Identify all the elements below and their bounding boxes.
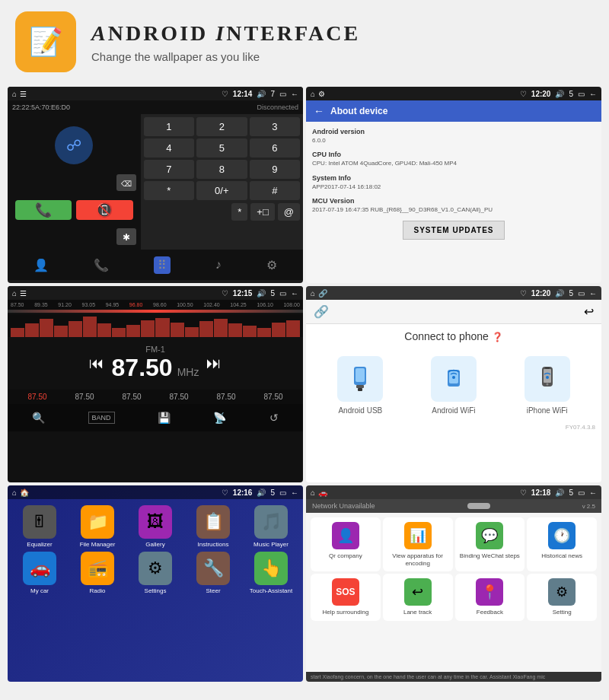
- feedback-label: Feedback: [477, 609, 503, 616]
- preset-6[interactable]: 87.50: [263, 393, 282, 401]
- bat-icon-2: ▭: [578, 90, 585, 98]
- about-back-btn[interactable]: ←: [314, 105, 324, 117]
- android-version-section: Android version 6.0.0: [312, 128, 595, 145]
- svg-rect-1: [356, 368, 365, 382]
- asterisk-btn[interactable]: *: [231, 203, 247, 221]
- musicplayer-launcher-icon[interactable]: 🎵 Music Player: [244, 505, 298, 549]
- num-hash[interactable]: #: [250, 181, 300, 200]
- system-label: System Info: [312, 174, 595, 182]
- system-updates-button[interactable]: SYSTEM UPDATES: [403, 221, 505, 240]
- binding-wechat-item[interactable]: 💬 Binding WeChat steps: [455, 517, 525, 571]
- num-7[interactable]: 7: [144, 160, 194, 179]
- recent-calls-icon[interactable]: 📞: [94, 258, 109, 272]
- radio-unit: MHz: [177, 366, 199, 378]
- settings-launcher-icon[interactable]: ⚙ Settings: [128, 552, 183, 595]
- plus0-btn[interactable]: +□: [250, 203, 274, 221]
- radio-launcher-icon[interactable]: 📻 Radio: [70, 552, 125, 595]
- view-apparatus-label: View apparatus for encoding: [386, 552, 450, 567]
- qr-company-label: Qr company: [329, 552, 362, 560]
- status-bar-2: ⌂ ⚙ ♡ 12:20 🔊 5 ▭ ←: [306, 87, 601, 100]
- save-icon[interactable]: 💾: [158, 412, 171, 424]
- screen-launcher: ⌂ 🏠 ♡ 12:16 🔊 5 ▭ ← 🎚 Equalizer: [8, 485, 303, 682]
- preset-1[interactable]: 87.50: [27, 393, 46, 401]
- num-8[interactable]: 8: [196, 160, 247, 179]
- bat-icon-3: ▭: [279, 289, 286, 298]
- android-wifi-icon: [431, 356, 477, 402]
- time-5: 12:16: [233, 488, 253, 497]
- help-icon[interactable]: ❓: [492, 332, 503, 342]
- prev-station-btn[interactable]: ⏮: [89, 355, 104, 372]
- end-call-button[interactable]: 📵: [76, 200, 132, 220]
- num-1[interactable]: 1: [144, 117, 194, 136]
- band-icon[interactable]: BAND: [88, 412, 115, 424]
- vol-3: 5: [270, 289, 275, 298]
- instructions-launcher-icon[interactable]: 📋 Instructions: [186, 505, 241, 549]
- lane-track-item[interactable]: ↩ Lane track: [383, 574, 453, 621]
- home-icon-5: ⌂: [12, 488, 17, 497]
- num-5[interactable]: 5: [196, 138, 247, 158]
- filemanager-launcher-icon[interactable]: 📁 File Manager: [70, 505, 125, 549]
- status-bar-4: ⌂ 🔗 ♡ 12:20 🔊 5 ▭ ←: [306, 286, 601, 300]
- android-wifi-option[interactable]: Android WiFi: [431, 356, 477, 415]
- num-9[interactable]: 9: [250, 160, 300, 179]
- preset-3[interactable]: 87.50: [122, 393, 141, 401]
- contacts-icon[interactable]: 👤: [33, 258, 49, 272]
- historical-news-item[interactable]: 🕐 Historical news: [527, 517, 597, 571]
- iphone-wifi-option[interactable]: iPhone WiFi: [525, 356, 570, 415]
- dialpad-icon[interactable]: ⠿: [154, 256, 171, 274]
- loop-icon[interactable]: ↺: [269, 412, 279, 424]
- mcu-value: 2017-07-19 16:47:35 RUB_{R68}__90_D3R68_…: [312, 206, 595, 214]
- next-station-btn[interactable]: ⏭: [206, 355, 222, 372]
- setting-item[interactable]: ⚙ Setting: [527, 574, 597, 621]
- battery-icon-1: ▭: [279, 90, 286, 98]
- home-icon-2: ⌂: [311, 90, 315, 98]
- help-surrounding-item[interactable]: SOS Help surrounding: [311, 574, 381, 621]
- call-button[interactable]: 📞: [15, 200, 72, 220]
- view-apparatus-item[interactable]: 📊 View apparatus for encoding: [383, 517, 453, 571]
- connect-back-btn[interactable]: ↩: [584, 304, 594, 319]
- num-2[interactable]: 2: [196, 117, 247, 136]
- qr-company-icon: 👤: [332, 522, 359, 549]
- bluetooth-area: ☍: [55, 126, 93, 164]
- search-icon[interactable]: 🔍: [32, 412, 45, 424]
- num-4[interactable]: 4: [144, 138, 194, 158]
- num-3[interactable]: 3: [250, 117, 300, 136]
- historical-news-label: Historical news: [541, 552, 582, 560]
- mycar-launcher-icon[interactable]: 🚗 My car: [12, 552, 67, 595]
- numpad[interactable]: 1 2 3 4 5 6 7 8 9 * 0/+ #: [144, 117, 300, 200]
- num-star[interactable]: *: [144, 181, 194, 200]
- touchassistant-launcher-icon[interactable]: 👆 Touch-Assistant: [244, 552, 298, 595]
- connect-logo-icon: 🔗: [314, 304, 329, 319]
- slider-bar[interactable]: [467, 503, 490, 509]
- filemanager-icon-box: 📁: [81, 505, 114, 539]
- num-0[interactable]: 0/+: [196, 181, 247, 200]
- screen-dialer: ⌂ ☰ ♡ 12:14 🔊 7 ▭ ← 22:22:5A:70:E6:D0 Di…: [8, 87, 303, 283]
- at-btn[interactable]: @: [278, 203, 300, 221]
- android-usb-option[interactable]: Android USB: [337, 356, 383, 415]
- qr-company-item[interactable]: 👤 Qr company: [311, 517, 381, 571]
- equalizer-launcher-icon[interactable]: 🎚 Equalizer: [12, 505, 67, 549]
- historical-news-icon: 🕐: [548, 522, 576, 549]
- dialer-mac: 22:22:5A:70:E6:D0: [12, 103, 70, 111]
- help-grid: 👤 Qr company 📊 View apparatus for encodi…: [306, 513, 601, 625]
- cpu-label: CPU Info: [312, 151, 595, 158]
- preset-5[interactable]: 87.50: [216, 393, 235, 401]
- help-footer: start Xiaofang concern, on the one hand …: [306, 672, 601, 682]
- time-6: 12:18: [531, 488, 551, 497]
- radio-wave-icon[interactable]: 📡: [213, 412, 226, 424]
- steer-launcher-icon[interactable]: 🔧 Steer: [186, 552, 241, 595]
- num-6[interactable]: 6: [250, 138, 300, 158]
- screens-grid: ⌂ ☰ ♡ 12:14 🔊 7 ▭ ← 22:22:5A:70:E6:D0 Di…: [0, 84, 609, 685]
- settings-icon-bar[interactable]: ⚙: [266, 258, 277, 272]
- touchassistant-label: Touch-Assistant: [250, 587, 292, 595]
- status-bar-1: ⌂ ☰ ♡ 12:14 🔊 7 ▭ ←: [8, 87, 303, 100]
- connect-header: 🔗 ↩: [306, 300, 601, 324]
- music-icon-bar[interactable]: ♪: [215, 258, 222, 272]
- system-section: System Info APP2017-07-14 16:18:02: [312, 174, 595, 191]
- preset-4[interactable]: 87.50: [169, 393, 188, 401]
- gallery-launcher-icon[interactable]: 🖼 Gallery: [128, 505, 183, 549]
- call-buttons[interactable]: 📞 📵: [12, 197, 136, 223]
- settings-label: Settings: [145, 587, 167, 595]
- preset-2[interactable]: 87.50: [75, 393, 94, 401]
- feedback-item[interactable]: 📍 Feedback: [455, 574, 525, 621]
